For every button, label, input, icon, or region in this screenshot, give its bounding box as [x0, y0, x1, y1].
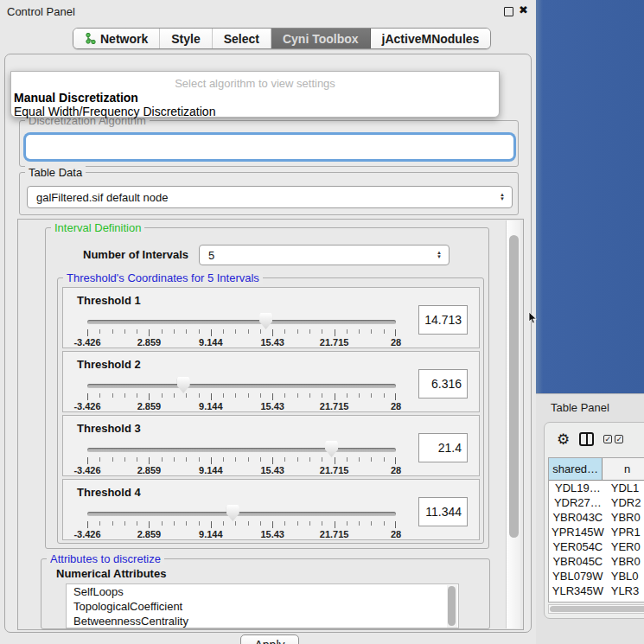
table-row[interactable]: YER054CYER0 [549, 539, 644, 554]
list-item[interactable]: BetweennessCentrality [67, 614, 458, 628]
table-panel: Table Panel ⚙ ✓ ✓ shared… n YDL19…YDL1 Y… [536, 393, 644, 644]
scrollbar-thumb[interactable] [509, 235, 519, 538]
cell[interactable]: YLR345W [549, 583, 607, 598]
slider-thumb[interactable] [259, 313, 272, 329]
table-header-row: shared… n [549, 458, 644, 481]
slider-major-ticks [87, 521, 396, 528]
network-view-frame: GAL80 G. C. GAL11 GAL4 GCY1 H HAP2 [536, 0, 644, 393]
scrollbar-thumb[interactable] [550, 606, 644, 612]
tab-select[interactable]: Select [213, 29, 271, 48]
scrollbar-thumb[interactable] [448, 586, 456, 626]
table-horizontal-scrollbar[interactable] [548, 604, 644, 614]
numerical-attributes-label: Numerical Attributes [56, 567, 166, 580]
gear-icon[interactable]: ⚙ [557, 432, 570, 447]
algorithm-placeholder: Select algorithm to view settings [11, 77, 499, 90]
threshold-3-slider[interactable]: -3.426 2.859 9.144 15.43 21.715 28 [87, 443, 396, 475]
list-item[interactable]: TopologicalCoefficient [67, 599, 458, 614]
threshold-1-value-field[interactable]: 14.713 [418, 305, 468, 335]
float-window-icon[interactable] [504, 7, 513, 16]
tick-label: -3.426 [73, 337, 100, 348]
checkbox-icon[interactable]: ✓ [603, 435, 612, 443]
tab-cyni-toolbox[interactable]: Cyni Toolbox [271, 29, 371, 48]
table-data-combobox[interactable]: galFiltered.sif default node ▲▼ [27, 186, 513, 208]
menu-item-equal-width-frequency[interactable]: Equal Width/Frequency Discretization [14, 105, 215, 118]
threshold-4-value-field[interactable]: 11.344 [418, 497, 468, 526]
cell[interactable]: YBR0 [607, 510, 644, 525]
table-row[interactable]: YLR345WYLR3 [549, 583, 644, 598]
cell[interactable]: YBL079W [549, 569, 607, 583]
slider-scale-labels: -3.426 2.859 9.144 15.43 21.715 28 [87, 529, 396, 539]
slider-track[interactable] [87, 512, 396, 516]
threshold-4-label: Threshold 4 [77, 486, 141, 499]
select-columns-icons[interactable]: ✓ ✓ [603, 435, 623, 443]
cell[interactable]: YDL1 [607, 481, 644, 495]
cell[interactable]: YIL0 [607, 598, 644, 603]
cell[interactable]: YDR2 [607, 495, 644, 510]
attributes-group: Attributes to discretize Numerical Attri… [41, 558, 490, 629]
cell[interactable]: YBL0 [607, 569, 644, 583]
slider-thumb[interactable] [177, 377, 190, 393]
cell[interactable]: YLR3 [607, 583, 644, 598]
list-scrollbar[interactable] [447, 585, 457, 628]
cell[interactable]: YBR0 [607, 554, 644, 569]
thresholds-group-title: Threshold's Coordinates for 5 Intervals [63, 271, 263, 284]
table-row[interactable]: YPR145WYPR1 [549, 525, 644, 539]
slider-track[interactable] [87, 320, 396, 324]
cell[interactable]: YDR27… [549, 495, 607, 510]
tab-network[interactable]: Network [73, 29, 160, 48]
threshold-2-value-field[interactable]: 6.316 [418, 369, 468, 399]
table-row[interactable]: YIL052CYIL0 [549, 598, 644, 603]
table-toolbar: ⚙ ✓ ✓ [545, 423, 644, 456]
tick-label: 2.859 [137, 465, 162, 475]
tab-jactivemnodules[interactable]: jActiveMNodules [371, 29, 491, 48]
tick-label: 28 [391, 337, 401, 348]
cell[interactable]: YBR045C [549, 554, 607, 569]
node-attribute-table[interactable]: shared… n YDL19…YDL1 YDR27…YDR2 YBR043CY… [548, 457, 644, 603]
table-row[interactable]: YBR045CYBR0 [549, 554, 644, 569]
table-row[interactable]: YDR27…YDR2 [549, 495, 644, 510]
tick-label: 15.43 [260, 529, 284, 539]
threshold-1-slider[interactable]: -3.426 2.859 9.144 15.43 21.715 28 [87, 316, 396, 347]
slider-track[interactable] [87, 384, 396, 388]
attributes-group-title: Attributes to discretize [47, 552, 164, 565]
numerical-attributes-list[interactable]: SelfLoops TopologicalCoefficient Between… [66, 583, 459, 628]
slider-thumb[interactable] [226, 505, 239, 521]
tick-label: 9.144 [199, 465, 223, 475]
threshold-2-slider[interactable]: -3.426 2.859 9.144 15.43 21.715 28 [87, 379, 396, 411]
tick-label: 21.715 [320, 529, 349, 539]
tick-label: 15.43 [260, 337, 284, 348]
number-of-intervals-combobox[interactable]: 5 ▲▼ [199, 245, 450, 265]
close-icon[interactable]: ✖ [519, 3, 528, 16]
slider-track[interactable] [87, 448, 396, 452]
cell[interactable]: YER0 [607, 539, 644, 554]
threshold-4-slider[interactable]: -3.426 2.859 9.144 15.43 21.715 28 [87, 507, 396, 539]
algorithm-combobox[interactable] [26, 135, 513, 159]
column-header-name[interactable]: n [603, 458, 644, 481]
table-data-title: Table Data [25, 166, 86, 179]
column-header-shared[interactable]: shared… [549, 458, 603, 481]
threshold-3-value-field[interactable]: 21.4 [418, 433, 468, 462]
list-item[interactable]: SelfLoops [67, 584, 458, 599]
cell[interactable]: YER054C [549, 539, 607, 554]
tick-label: 28 [391, 401, 401, 411]
table-row[interactable]: YDL19…YDL1 [549, 481, 644, 495]
tick-label: 2.859 [137, 529, 162, 539]
tab-style[interactable]: Style [160, 29, 212, 48]
cell[interactable]: YDL19… [549, 481, 607, 495]
table-row[interactable]: YBR043CYBR0 [549, 510, 644, 525]
cell[interactable]: YIL052C [549, 598, 607, 603]
slider-scale-labels: -3.426 2.859 9.144 15.43 21.715 28 [87, 401, 396, 411]
slider-thumb[interactable] [325, 441, 338, 457]
menu-item-manual-discretization[interactable]: Manual Discretization [14, 91, 138, 105]
main-scrollbar[interactable] [506, 220, 520, 628]
tick-label: 21.715 [320, 337, 349, 348]
cell[interactable]: YBR043C [549, 510, 607, 525]
cell[interactable]: YPR1 [607, 525, 644, 539]
split-columns-icon[interactable] [579, 432, 594, 446]
tick-label: 15.43 [260, 465, 284, 475]
checkbox-icon[interactable]: ✓ [615, 435, 623, 443]
apply-button[interactable]: Apply [240, 634, 299, 644]
table-row[interactable]: YBL079WYBL0 [549, 569, 644, 583]
cell[interactable]: YPR145W [549, 525, 607, 539]
threshold-1-panel: Threshold 1 -3.426 2.859 9.144 15.43 [62, 287, 480, 348]
